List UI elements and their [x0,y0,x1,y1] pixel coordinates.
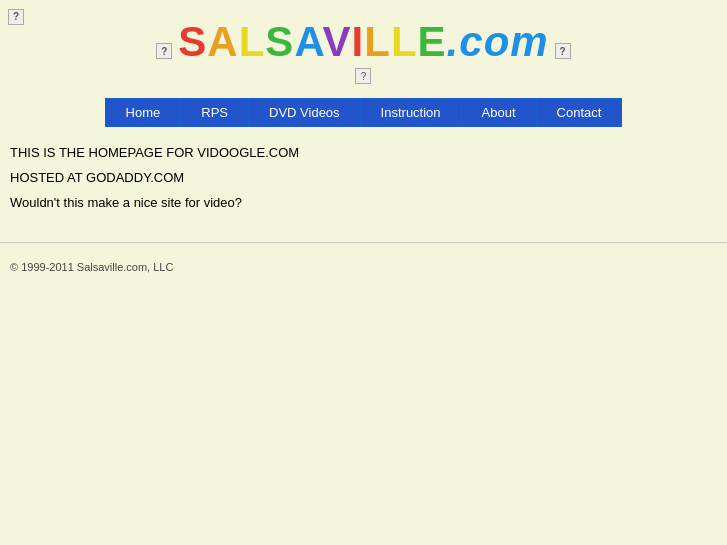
logo-letter-i: I [352,18,365,65]
logo-letter-v: V [323,18,352,65]
logo-sub-icon: ? [355,68,371,84]
logo-letter-s2: S [265,18,294,65]
logo-text: SALSAVILLE.com [178,18,548,66]
divider [0,242,727,243]
logo-letter-a2: A [294,18,322,65]
footer: © 1999-2011 Salsaville.com, LLC [0,255,727,279]
logo-letter-l: L [239,18,266,65]
nav-list: Home RPS DVD Videos Instruction About Co… [105,98,623,127]
nav-link-dvd-videos[interactable]: DVD Videos [249,99,361,126]
logo-letter-a1: A [207,18,238,65]
header: ? SALSAVILLE.com ? ? [0,0,727,90]
logo-letter-e: E [418,18,447,65]
nav-item-dvd-videos: DVD Videos [249,99,361,126]
nav-link-about[interactable]: About [462,99,537,126]
logo-dot-com: .com [447,18,549,65]
nav-link-rps[interactable]: RPS [181,99,249,126]
header-left-icon: ? [156,43,172,59]
content-line3: Wouldn't this make a nice site for video… [10,195,717,210]
logo-container: SALSAVILLE.com ? [178,18,548,84]
nav-item-instruction: Instruction [361,99,462,126]
header-right-icon: ? [555,43,571,59]
logo-letter-l3: L [391,18,418,65]
main-nav: Home RPS DVD Videos Instruction About Co… [0,98,727,127]
header-inner: ? SALSAVILLE.com ? ? [156,18,570,84]
nav-item-contact: Contact [537,99,622,126]
logo-letter-l2: L [364,18,391,65]
nav-link-home[interactable]: Home [106,99,182,126]
content-line2: HOSTED AT GODADDY.COM [10,170,717,185]
copyright-text: © 1999-2011 Salsaville.com, LLC [10,261,173,273]
content-line1: THIS IS THE HOMEPAGE FOR VIDOOGLE.COM [10,145,717,160]
nav-item-home: Home [106,99,182,126]
nav-link-instruction[interactable]: Instruction [361,99,462,126]
logo-letter-s1: S [178,18,207,65]
main-content: THIS IS THE HOMEPAGE FOR VIDOOGLE.COM HO… [0,127,727,230]
nav-item-about: About [462,99,537,126]
nav-item-rps: RPS [181,99,249,126]
nav-link-contact[interactable]: Contact [537,99,622,126]
